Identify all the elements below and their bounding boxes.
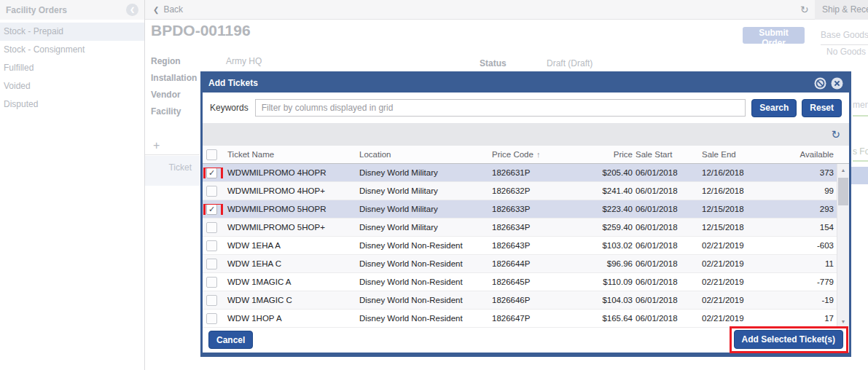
topbar: ❮ Back ↻ Ship & Recei [145,0,868,20]
reset-button[interactable]: Reset [802,99,842,117]
right-panel-item-base-goods[interactable]: Base Goods R [821,30,868,40]
divider [853,115,868,117]
cell-sale-end: 12/15/2018 [702,205,775,213]
select-all-cell [203,149,224,160]
scroll-up-icon[interactable]: ▲ [837,164,849,176]
grid-body: ✓WDWMILPROMO 4HOPRDisney World Military1… [203,164,849,328]
refresh-icon[interactable]: ↻ [800,0,809,19]
cell-price-code: 1826631P [492,168,600,177]
cell-price: $223.40 [600,205,633,213]
sidebar-title: Facility Orders [6,5,67,15]
column-header-location[interactable]: Location [359,150,492,159]
row-checkbox-cell [203,313,224,324]
cell-sale-end: 12/16/2018 [702,186,775,195]
row-checkbox[interactable] [206,186,217,197]
sidebar-header: Facility Orders ❮ [0,0,144,20]
ticket-row[interactable]: WDW 1EHA CDisney World Non-Resident18266… [203,255,849,273]
ticket-row[interactable]: WDW 1EHA ADisney World Non-Resident18266… [203,237,849,255]
close-icon[interactable] [831,77,843,90]
cell-name: WDW 1EHA C [224,259,359,268]
add-tickets-dialog: Add Tickets Keywords Search Reset ↻ Tick… [200,71,851,357]
column-header-ticket-name[interactable]: Ticket Name [224,150,359,159]
cell-price: $165.64 [600,314,633,323]
column-header-sale-start[interactable]: Sale Start [633,150,702,159]
sidebar-item-fulfilled[interactable]: Fulfilled [0,59,144,77]
cell-price: $110.09 [600,278,633,286]
cell-available: -19 [775,296,837,304]
cell-available: 17 [775,314,837,323]
cell-sale-start: 06/01/2018 [633,241,702,250]
row-checkbox-cell [203,222,224,233]
tab-ship-and-receive[interactable]: Ship & Recei [815,0,868,20]
sidebar-item-stock-consignment[interactable]: Stock - Consignment [0,41,144,59]
cell-location: Disney World Non-Resident [359,259,492,268]
ticket-row[interactable]: ✓WDWMILPROMO 4HOPRDisney World Military1… [203,164,849,182]
row-checkbox[interactable] [206,222,217,233]
column-header-price-code[interactable]: Price Code↑ [492,150,600,159]
cell-price: $103.02 [600,241,633,250]
row-checkbox[interactable] [206,259,217,269]
cell-available: 373 [775,168,837,177]
cell-name: WDW 1EHA A [224,241,359,250]
submit-order-button[interactable]: Submit Order [743,27,805,44]
ticket-row[interactable]: WDW 1MAGIC CDisney World Non-Resident182… [203,291,849,310]
column-header-sale-end[interactable]: Sale End [702,150,775,159]
ticket-row[interactable]: WDW 1MAGIC ADisney World Non-Resident182… [203,273,849,291]
chevron-left-icon: ❮ [153,6,159,14]
cell-price-code: 1826645P [492,278,600,286]
sidebar-item-stock-prepaid[interactable]: Stock - Prepaid [0,23,144,41]
add-tab-button[interactable]: + [145,137,200,155]
scrollbar-thumb[interactable] [838,178,848,205]
row-checkbox-cell: ✓ [203,204,224,215]
sort-asc-icon: ↑ [536,150,541,159]
cell-name: WDW 1MAGIC A [224,278,359,286]
keywords-input[interactable] [255,99,746,117]
cell-price: $259.40 [600,223,633,232]
row-checkbox[interactable] [206,277,217,288]
sidebar-collapse-button[interactable]: ❮ [126,4,138,16]
vertical-scrollbar[interactable]: ▲ ▼ [837,164,849,328]
row-checkbox[interactable] [206,240,217,251]
divider [821,44,868,45]
ticket-row[interactable]: ✓WDWMILPROMO 5HOPRDisney World Military1… [203,200,849,219]
annotation-box [730,326,848,353]
cell-price: $241.40 [600,186,633,195]
background-selected-row-fragment [851,167,868,184]
dialog-footer: Cancel Add Selected Ticket(s) [203,328,849,353]
cell-sale-start: 06/01/2018 [633,278,702,286]
select-all-checkbox[interactable] [206,149,217,160]
cell-price-code: 1826633P [492,205,600,213]
cell-price-code: 1826634P [492,223,600,232]
cell-sale-end: 02/21/2019 [702,278,775,286]
ticket-row[interactable]: WDWMILPROMO 5HOP+Disney World Military18… [203,219,849,237]
sidebar-item-voided[interactable]: Voided [0,77,144,95]
cell-available: 99 [775,186,837,195]
tab-ticket[interactable]: Ticket [145,156,200,186]
right-panel-fragment: ment [853,100,868,110]
block-icon[interactable] [814,77,826,90]
cell-price-code: 1826632P [492,186,600,195]
sidebar-item-disputed[interactable]: Disputed [0,95,144,114]
column-header-available[interactable]: Available [775,150,837,159]
ticket-row[interactable]: WDW 1HOP ADisney World Non-Resident18266… [203,310,849,328]
cell-location: Disney World Non-Resident [359,296,492,304]
cell-name: WDW 1MAGIC C [224,296,359,304]
facility-orders-sidebar: Facility Orders ❮ Stock - PrepaidStock -… [0,0,145,370]
cancel-button[interactable]: Cancel [208,331,253,349]
ticket-row[interactable]: WDWMILPROMO 4HOP+Disney World Military18… [203,182,849,200]
search-button[interactable]: Search [751,99,797,117]
status-value: Draft (Draft) [547,58,593,68]
cell-sale-start: 06/01/2018 [633,186,702,195]
row-checkbox-cell [203,240,224,251]
column-header-price[interactable]: Price [600,150,633,159]
cell-location: Disney World Non-Resident [359,241,492,250]
field-value: Army HQ [226,56,262,66]
row-checkbox[interactable] [206,295,217,306]
back-button[interactable]: ❮ Back [153,0,183,19]
right-panel-item-no-goods[interactable]: No Goods R [826,47,868,57]
row-checkbox[interactable] [206,313,217,324]
refresh-icon[interactable]: ↻ [831,128,840,141]
cell-location: Disney World Military [359,186,492,195]
field-row: RegionArmy HQ [151,52,262,69]
cell-sale-start: 06/01/2018 [633,223,702,232]
